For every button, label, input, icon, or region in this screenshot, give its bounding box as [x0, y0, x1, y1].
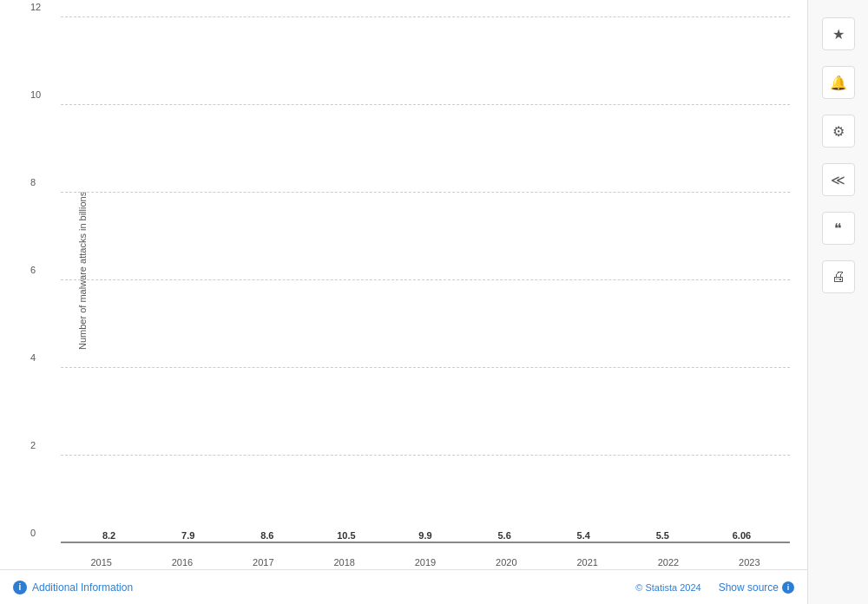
bar-group: 8.2: [69, 530, 148, 543]
bar-value-label: 5.4: [577, 530, 590, 541]
grid-label: 2: [30, 440, 36, 450]
grid-label: 4: [30, 352, 36, 363]
grid-label: 10: [30, 89, 41, 100]
bar-value-label: 8.2: [102, 530, 115, 541]
bars-container: 8.27.98.610.59.95.65.45.56.06: [61, 17, 790, 543]
footer-right: © Statista 2024 Show source i: [635, 581, 794, 594]
bar-value-label: 7.9: [181, 530, 194, 541]
sidebar: ★🔔⚙≪❝🖨: [807, 0, 868, 604]
bar-value-label: 6.06: [733, 530, 751, 541]
chart-area: Number of malware attacks in billions 12…: [61, 17, 790, 543]
print-icon[interactable]: 🖨: [822, 260, 855, 293]
x-label: 2016: [172, 557, 193, 568]
grid-label: 8: [30, 177, 36, 187]
source-info-icon: i: [782, 581, 794, 594]
bar-value-label: 5.6: [497, 530, 510, 541]
x-label: 2021: [576, 557, 597, 568]
bar-group: 5.5: [623, 530, 702, 543]
bar-group: 7.9: [148, 530, 227, 543]
chart-inner: 1210864208.27.98.610.59.95.65.45.56.0620…: [61, 17, 790, 543]
bar-value-label: 9.9: [418, 530, 431, 541]
additional-info-button[interactable]: i Additional Information: [13, 581, 133, 594]
x-label: 2019: [415, 557, 436, 568]
grid-label: 0: [30, 528, 36, 538]
gear-icon[interactable]: ⚙: [822, 115, 855, 148]
bar-value-label: 5.5: [656, 530, 669, 541]
statista-credit: © Statista 2024: [635, 582, 700, 593]
x-label: 2017: [253, 557, 273, 568]
quote-icon[interactable]: ❝: [822, 212, 855, 245]
bar-value-label: 8.6: [260, 530, 273, 541]
x-labels: 201520162017201820192020202120222023: [61, 557, 790, 568]
bar-group: 6.06: [702, 530, 781, 543]
x-label: 2023: [739, 557, 760, 568]
additional-info-label: Additional Information: [32, 581, 133, 594]
bar-group: 10.5: [306, 530, 385, 543]
grid-label: 6: [30, 265, 36, 275]
chart-container: Number of malware attacks in billions 12…: [0, 0, 807, 604]
bar-group: 9.9: [385, 530, 464, 543]
bar-group: 5.4: [544, 530, 623, 543]
x-label: 2022: [658, 557, 679, 568]
x-label: 2018: [333, 557, 354, 568]
share-icon[interactable]: ≪: [822, 163, 855, 196]
bar-group: 5.6: [465, 530, 544, 543]
x-label: 2015: [90, 557, 111, 568]
bar-value-label: 10.5: [337, 530, 355, 541]
info-icon: i: [13, 581, 27, 594]
bar-group: 8.6: [227, 530, 306, 543]
grid-label: 12: [30, 2, 41, 12]
x-label: 2020: [496, 557, 516, 568]
show-source-button[interactable]: Show source i: [719, 581, 794, 594]
star-icon[interactable]: ★: [822, 17, 855, 50]
show-source-label: Show source: [719, 581, 779, 594]
footer: i Additional Information © Statista 2024…: [0, 569, 807, 604]
bell-icon[interactable]: 🔔: [822, 66, 855, 99]
